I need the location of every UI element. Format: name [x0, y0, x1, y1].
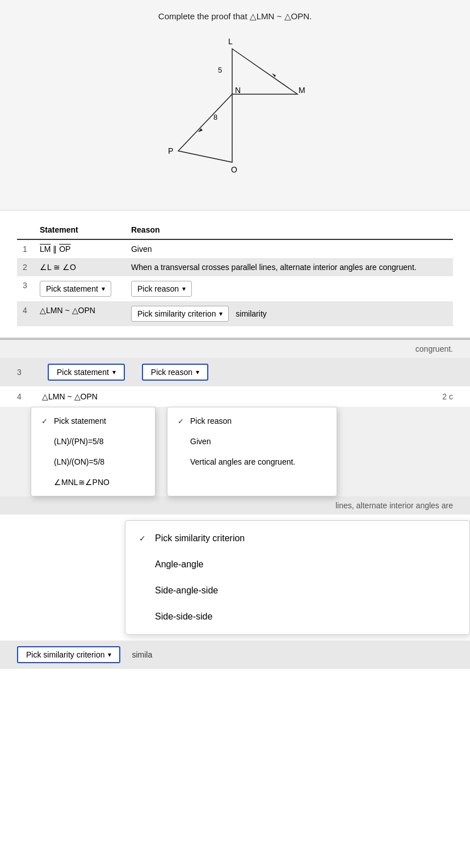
table-row: 2 ∠L ≅ ∠O When a transversal crosses par…	[17, 258, 453, 276]
simcrit-option-0[interactable]: Pick similarity criterion	[125, 525, 469, 551]
row4-visible: 4 △LMN ~ △OPN 2 c	[0, 386, 470, 407]
table-row: 1 LM ∥ OP Given	[17, 239, 453, 258]
row4-statement-label: △LMN ~ △OPN	[42, 392, 98, 401]
row-4-num: 4	[17, 301, 34, 326]
row-2-reason: When a transversal crosses parallel line…	[125, 258, 453, 276]
statement-option-1[interactable]: (LN)/(PN)=5/8	[31, 431, 155, 452]
simcrit-dropdown-menu: Pick similarity criterion Angle-angle Si…	[125, 520, 470, 635]
svg-marker-2	[178, 94, 232, 162]
svg-marker-0	[232, 49, 297, 94]
row-3-num: 3	[17, 276, 34, 301]
statement-option-2[interactable]: (LN)/(ON)=5/8	[31, 452, 155, 472]
proof-section: Statement Reason 1 LM ∥ OP Given 2 ∠L ≅ …	[0, 210, 470, 339]
simcrit-option-2[interactable]: Side-angle-side	[125, 578, 469, 604]
table-row: 4 △LMN ~ △OPN Pick similarity criterion …	[17, 301, 453, 326]
triangle-diagram: L M N P O 5 8	[144, 32, 326, 191]
label-8: 8	[213, 113, 217, 121]
col-num	[17, 222, 34, 239]
pick-statement-active-btn[interactable]: Pick statement	[48, 364, 125, 381]
row-4-statement: △LMN ~ △OPN	[34, 301, 125, 326]
pick-similarity-btn-top[interactable]: Pick similarity criterion	[131, 306, 229, 322]
simcrit-section: Pick similarity criterion Angle-angle Si…	[0, 520, 470, 669]
dropdown-menus-container: Pick statement (LN)/(PN)=5/8 (LN)/(ON)=5…	[0, 407, 470, 496]
col-statement: Statement	[34, 222, 125, 239]
reason-option-0[interactable]: Pick reason	[167, 411, 337, 431]
similarity-label: similarity	[236, 309, 266, 318]
bottom-row: Pick similarity criterion simila	[0, 641, 470, 669]
row-1-reason: Given	[125, 239, 453, 258]
col-reason: Reason	[125, 222, 453, 239]
reason-option-1[interactable]: Given	[167, 431, 337, 452]
label-5: 5	[218, 66, 222, 74]
simcrit-option-3[interactable]: Side-side-side	[125, 604, 469, 630]
badge-2c: 2 c	[442, 392, 453, 401]
op-overline: OP	[59, 245, 70, 254]
pick-statement-btn[interactable]: Pick statement	[40, 281, 111, 297]
simila-partial-text: simila	[132, 650, 152, 659]
row-4-reason-cell: Pick similarity criterion similarity	[125, 301, 453, 326]
row-3-reason-cell: Pick reason	[125, 276, 453, 301]
label-L: L	[228, 37, 233, 46]
row-2-statement: ∠L ≅ ∠O	[34, 258, 125, 276]
row3-num-label: 3	[17, 368, 31, 377]
table-row: 3 Pick statement Pick reason	[17, 276, 453, 301]
diagram-title: Complete the proof that △LMN ~ △OPN.	[0, 11, 470, 22]
row4-num-label: 4	[17, 392, 31, 401]
label-O: O	[231, 165, 237, 174]
lines-partial-row: lines, alternate interior angles are	[0, 496, 470, 515]
label-M: M	[299, 86, 305, 95]
statement-dropdown-menu: Pick statement (LN)/(PN)=5/8 (LN)/(ON)=5…	[31, 407, 156, 496]
pick-reason-active-btn[interactable]: Pick reason	[142, 364, 208, 381]
pick-reason-btn[interactable]: Pick reason	[131, 281, 192, 297]
row-1-num: 1	[17, 239, 34, 258]
lm-overline: LM	[40, 245, 51, 254]
row-2-num: 2	[17, 258, 34, 276]
simcrit-option-1[interactable]: Angle-angle	[125, 551, 469, 578]
row-3-statement-cell: Pick statement	[34, 276, 125, 301]
diagram-section: Complete the proof that △LMN ~ △OPN. L M…	[0, 0, 470, 210]
row-1-statement: LM ∥ OP	[34, 239, 125, 258]
lines-partial-text: lines, alternate interior angles are	[335, 501, 453, 510]
statement-option-3[interactable]: ∠MNL≅∠PNO	[31, 472, 155, 492]
reason-dropdown-menu: Pick reason Given Vertical angles are co…	[167, 407, 337, 496]
reason-option-2[interactable]: Vertical angles are congruent.	[167, 452, 337, 472]
proof-table: Statement Reason 1 LM ∥ OP Given 2 ∠L ≅ …	[17, 222, 453, 326]
row3-expanded-area: 3 Pick statement Pick reason	[0, 358, 470, 386]
label-P: P	[168, 146, 173, 155]
label-N: N	[235, 86, 241, 95]
expanded-section: congruent. 3 Pick statement Pick reason …	[0, 340, 470, 515]
pick-similarity-active-btn[interactable]: Pick similarity criterion	[17, 646, 120, 663]
statement-option-0[interactable]: Pick statement	[31, 411, 155, 431]
congruent-partial-text: congruent.	[0, 340, 470, 358]
